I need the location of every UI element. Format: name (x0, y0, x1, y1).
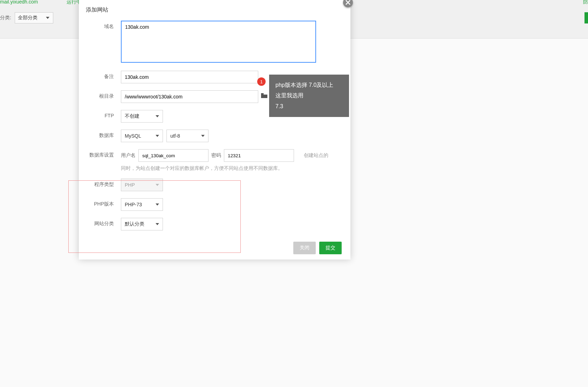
ftp-select[interactable]: 不创建 (121, 110, 163, 123)
annotation-tooltip: php版本选择 7.0及以上 这里我选用 7.3 (269, 75, 349, 117)
db-type-select[interactable]: MySQL (121, 130, 163, 142)
program-type-value: PHP (125, 182, 135, 188)
db-charset-select[interactable]: utf-8 (166, 130, 208, 142)
annotation-line2: 这里我选用 (275, 90, 343, 101)
chevron-down-icon (156, 135, 159, 137)
label-database: 数据库 (86, 130, 121, 139)
db-pass-input[interactable] (224, 149, 294, 162)
annotation-line3: 7.3 (275, 101, 343, 112)
db-user-input[interactable] (138, 149, 208, 162)
row-db-settings: 数据库设置 用户名 密码 创建站点的 同时，为站点创建一个对应的数据库帐户，方便… (79, 149, 350, 172)
label-root: 根目录 (86, 90, 121, 99)
cancel-button[interactable]: 关闭 (293, 242, 316, 254)
add-site-modal: 添加网站 域名 备注 根目录 FTP 不创建 数据库 (79, 0, 350, 260)
db-type-value: MySQL (125, 133, 141, 139)
annotation-badge: 1 (257, 77, 266, 86)
submit-button[interactable]: 提交 (319, 242, 342, 254)
row-database: 数据库 MySQL utf-8 (79, 130, 350, 142)
label-ftp: FTP (86, 110, 121, 118)
modal-title: 添加网站 (79, 0, 350, 21)
label-remark: 备注 (86, 71, 121, 80)
chevron-down-icon (156, 223, 159, 225)
domain-input[interactable] (121, 21, 316, 63)
program-type-select: PHP (121, 179, 163, 191)
modal-footer: 关闭 提交 (79, 237, 350, 254)
chevron-down-icon (156, 184, 159, 186)
db-hint-inline: 创建站点的 (304, 152, 328, 159)
annotation-line1: php版本选择 7.0及以上 (275, 80, 343, 90)
label-site-category: 网站分类 (86, 218, 121, 227)
chevron-down-icon (156, 203, 159, 206)
db-user-label: 用户名 (121, 152, 136, 159)
php-version-value: PHP-73 (125, 202, 142, 207)
label-php-version: PHP版本 (86, 198, 121, 207)
row-program-type: 程序类型 PHP (79, 179, 350, 191)
root-input[interactable] (121, 90, 258, 103)
chevron-down-icon (201, 135, 205, 137)
db-pass-label: 密码 (211, 152, 221, 159)
label-domain: 域名 (86, 21, 121, 30)
db-charset-value: utf-8 (170, 133, 180, 139)
row-php-version: PHP版本 PHP-73 (79, 198, 350, 211)
row-domain: 域名 (79, 21, 350, 64)
site-category-select[interactable]: 默认分类 (121, 218, 163, 230)
php-version-select[interactable]: PHP-73 (121, 198, 163, 211)
chevron-down-icon (156, 115, 159, 117)
site-category-value: 默认分类 (125, 221, 144, 227)
label-program-type: 程序类型 (86, 179, 121, 188)
ftp-value: 不创建 (125, 113, 139, 119)
folder-icon[interactable] (261, 93, 267, 98)
label-db-settings: 数据库设置 (86, 149, 121, 158)
row-site-category: 网站分类 默认分类 (79, 218, 350, 230)
remark-input[interactable] (121, 71, 258, 83)
db-hint-below: 同时，为站点创建一个对应的数据库帐户，方便不同站点使用不同数据库。 (121, 165, 343, 172)
